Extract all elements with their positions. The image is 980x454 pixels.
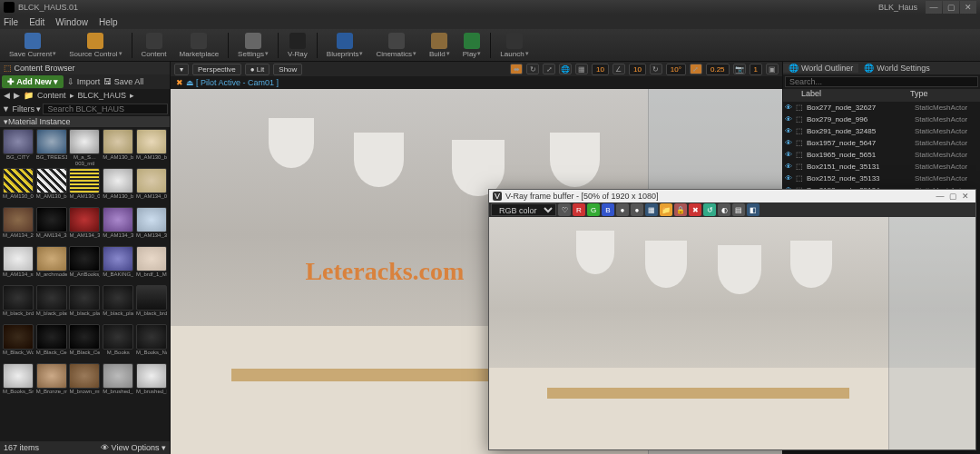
vfb-tool-button[interactable]: 📁: [660, 203, 672, 216]
vfb-tool-button[interactable]: ♡: [558, 203, 571, 216]
vfb-tool-button[interactable]: ↺: [703, 203, 716, 216]
grid-snap-value[interactable]: 10: [592, 64, 609, 75]
asset-thumbnail[interactable]: M_AM130_brdf_59_Mat: [102, 168, 134, 206]
vfb-tool-button[interactable]: ✖: [689, 203, 701, 216]
vfb-close-button[interactable]: ✕: [959, 192, 972, 201]
vfb-tool-button[interactable]: R: [573, 203, 585, 216]
camera-speed-icon[interactable]: 📷: [733, 64, 746, 74]
asset-thumbnail[interactable]: M_brushed_steel_brdf_75_Mat: [102, 363, 134, 401]
asset-thumbnail[interactable]: M_AM130_035_007_mtl: [69, 168, 102, 206]
toolbar-marketplace[interactable]: Marketplace: [174, 31, 225, 60]
menu-window[interactable]: Window: [55, 17, 88, 27]
asset-thumbnail[interactable]: M_ArtBooks_brdf_147_Mat: [69, 246, 102, 284]
asset-thumbnail[interactable]: M_AM134_35_brdf_124_Mat: [35, 207, 68, 245]
vfb-channel-select[interactable]: RGB color: [491, 203, 556, 216]
vfb-tool-button[interactable]: B: [602, 203, 614, 216]
asset-thumbnail[interactable]: M_black_brdf: [135, 285, 168, 323]
asset-thumbnail[interactable]: M_AM134_38_brdf_57_Mat: [69, 207, 102, 245]
menu-file[interactable]: File: [4, 17, 18, 27]
asset-thumbnail[interactable]: M_brushed_brdf: [135, 363, 168, 401]
scale-snap-icon[interactable]: ⤢: [690, 64, 702, 74]
save-all-button[interactable]: 🖫 Save All: [103, 77, 143, 86]
asset-thumbnail[interactable]: M_archmodels92_005_04_mtl: [35, 246, 68, 284]
coord-icon[interactable]: 🌐: [559, 64, 572, 74]
vfb-maximize-button[interactable]: ▢: [946, 192, 959, 201]
import-button[interactable]: ⇩ Import: [67, 77, 100, 86]
toolbar-play[interactable]: Play▾: [457, 31, 487, 60]
asset-thumbnail[interactable]: M_black_brdf_45_Mat: [2, 285, 34, 323]
toolbar-source-control[interactable]: Source Control▾: [64, 31, 127, 60]
asset-thumbnail[interactable]: M_Bronze_mtl_brdf_40_Mat: [35, 363, 68, 401]
lit-button[interactable]: ● Lit: [245, 64, 270, 75]
asset-thumbnail[interactable]: M_AM134_sticker_mtl: [2, 246, 34, 284]
asset-thumbnail[interactable]: M_black_plastic_mtl_brdf_1_Mat: [69, 285, 102, 323]
asset-thumbnail[interactable]: M_AM134_24_shoe_01_mtl: [2, 207, 34, 245]
transform-rotate-icon[interactable]: ↻: [526, 64, 539, 74]
column-label[interactable]: Label: [783, 89, 910, 102]
asset-thumbnail[interactable]: M_AM134_39_bottle_glass_white_mtl: [135, 207, 168, 245]
vfb-tool-button[interactable]: G: [587, 203, 600, 216]
toolbar-blueprints[interactable]: Blueprints▾: [321, 31, 369, 60]
outliner-row[interactable]: 👁⬚Box279_node_996StaticMeshActor: [783, 114, 980, 125]
vfb-titlebar[interactable]: V V-Ray frame buffer - [50% of 1920 x 10…: [489, 190, 975, 202]
vfb-tool-button[interactable]: ●: [616, 203, 629, 216]
asset-thumbnail[interactable]: M_Black_Wood_mtl_brdf_14: [2, 324, 34, 362]
add-new-button[interactable]: ✚ Add New ▾: [2, 75, 64, 88]
column-type[interactable]: Type: [910, 89, 980, 102]
asset-thumbnail[interactable]: M_AM130_brdf_66_Mat: [35, 168, 68, 206]
toolbar-cinematics[interactable]: Cinematics▾: [370, 31, 422, 60]
vfb-tool-button[interactable]: ▤: [732, 203, 745, 216]
minimize-button[interactable]: —: [926, 1, 942, 14]
vfb-tool-button[interactable]: ●: [631, 203, 643, 216]
angle-snap-value[interactable]: 10: [629, 64, 646, 75]
grid-snap-icon[interactable]: ▦: [575, 64, 588, 74]
vfb-minimize-button[interactable]: —: [934, 192, 946, 201]
toolbar-v-ray[interactable]: V-Ray: [282, 31, 313, 60]
maximize-viewport-icon[interactable]: ▣: [766, 64, 779, 74]
asset-thumbnail[interactable]: M_Books_Normals_mtl: [135, 324, 168, 362]
scale-snap-value[interactable]: 0.25: [706, 64, 730, 75]
asset-thumbnail[interactable]: M_Books: [102, 324, 134, 362]
outliner-search-input[interactable]: [785, 76, 978, 87]
vfb-render-view[interactable]: [489, 217, 975, 449]
outliner-row[interactable]: 👁⬚Box1957_node_5647StaticMeshActor: [783, 137, 980, 149]
asset-thumbnail[interactable]: M_AM130_brdf_135_Mat: [102, 129, 134, 167]
menu-help[interactable]: Help: [99, 17, 118, 27]
toolbar-content[interactable]: Content: [136, 31, 172, 60]
tab-world-outliner[interactable]: 🌐 World Outliner: [783, 64, 858, 73]
toolbar-launch[interactable]: Launch▾: [495, 31, 534, 60]
vfb-tool-button[interactable]: 🔒: [674, 203, 687, 216]
asset-thumbnail[interactable]: BG_TREES1: [35, 129, 68, 167]
toolbar-save-current[interactable]: Save Current▾: [4, 31, 62, 60]
toolbar-build[interactable]: Build▾: [424, 31, 456, 60]
asset-thumbnail[interactable]: M_black_plastic_mtl_brdf_50_Mat: [102, 285, 134, 323]
vfb-tool-button[interactable]: ◧: [747, 203, 760, 216]
asset-thumbnail[interactable]: M_brdf_1_Mat: [135, 246, 168, 284]
close-button[interactable]: ✕: [960, 1, 976, 14]
tab-world-settings[interactable]: 🌐 World Settings: [858, 64, 935, 73]
show-button[interactable]: Show: [273, 64, 302, 75]
asset-thumbnail[interactable]: BG_CITY: [2, 129, 34, 167]
viewport-menu-icon[interactable]: ▾: [174, 64, 189, 75]
camera-speed-value[interactable]: 1: [750, 64, 762, 75]
rotation-snap-icon[interactable]: ↻: [650, 64, 662, 74]
view-options-button[interactable]: 👁 View Options ▾: [101, 443, 166, 452]
asset-thumbnail[interactable]: M_a_S… 003_mtl: [69, 129, 102, 167]
breadcrumb[interactable]: ◀▶ 📁 Content▸ BLCK_HAUS▸: [0, 89, 170, 102]
asset-thumbnail[interactable]: M_Black_Ceramic_mtl_brdf_132_Mat: [69, 324, 102, 362]
asset-thumbnail[interactable]: M_BAKING_Normals_mtl: [102, 246, 134, 284]
outliner-row[interactable]: 👁⬚Box1965_node_5651StaticMeshActor: [783, 149, 980, 161]
asset-thumbnail[interactable]: M_AM134_06_paper_bag: [135, 168, 168, 206]
maximize-button[interactable]: ▢: [943, 1, 959, 14]
vfb-tool-button[interactable]: ▦: [645, 203, 658, 216]
asset-thumbnail[interactable]: M_brown_mtl: [69, 363, 102, 401]
search-input[interactable]: [43, 104, 168, 114]
perspective-button[interactable]: Perspective: [192, 64, 241, 75]
transform-scale-icon[interactable]: ⤢: [543, 64, 555, 74]
menu-edit[interactable]: Edit: [29, 17, 44, 27]
filters-button[interactable]: ▼ Filters ▾: [2, 104, 41, 114]
asset-thumbnail[interactable]: M_AM130_035_mtl: [2, 168, 34, 206]
asset-thumbnail[interactable]: M_AM134_38_Defaultex: [102, 207, 134, 245]
transform-move-icon[interactable]: ⬌: [510, 64, 523, 74]
outliner-row[interactable]: 👁⬚Box2151_node_35131StaticMeshActor: [783, 161, 980, 173]
